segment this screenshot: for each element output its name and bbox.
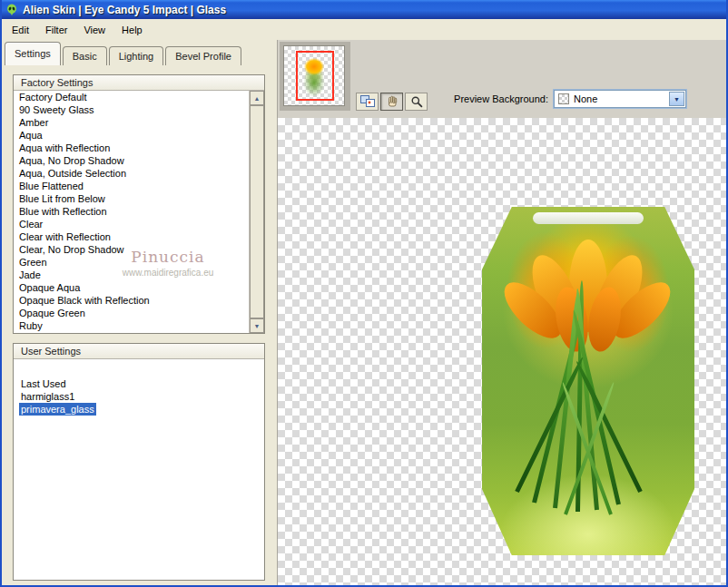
- glass-highlight: [533, 212, 644, 224]
- scroll-up-arrow-icon[interactable]: ▲: [250, 91, 264, 105]
- factory-item[interactable]: Clear: [14, 218, 249, 230]
- tab-lighting[interactable]: Lighting: [109, 46, 164, 65]
- tabstrip: Settings Basic Lighting Bevel Profile: [5, 42, 243, 65]
- factory-item[interactable]: Blue Lit from Below: [14, 192, 249, 205]
- preview-background-label: Preview Background:: [454, 93, 548, 104]
- user-item-label[interactable]: Last Used: [19, 377, 68, 390]
- dual-preview-icon: [360, 95, 375, 108]
- window-title: Alien Skin | Eye Candy 5 Impact | Glass: [23, 4, 226, 16]
- tab-bevel-profile[interactable]: Bevel Profile: [165, 46, 241, 65]
- factory-settings-group: Factory Settings Factory Default 90 Swee…: [13, 74, 265, 334]
- menu-help[interactable]: Help: [113, 22, 151, 38]
- titlebar[interactable]: Alien Skin | Eye Candy 5 Impact | Glass: [2, 0, 726, 19]
- user-item: Last Used: [19, 377, 264, 390]
- scrollbar-thumb[interactable]: [250, 105, 264, 318]
- user-settings-list: Last Used harmiglass1 primavera_glass: [14, 359, 264, 580]
- factory-item[interactable]: Opaque Aqua: [14, 281, 249, 294]
- user-item-label[interactable]: primavera_glass: [19, 403, 96, 416]
- factory-settings-list: Factory Default 90 Sweety Glass Amber Aq…: [14, 91, 249, 333]
- navigator-strip: [280, 42, 350, 111]
- factory-item[interactable]: Ruby: [14, 319, 249, 332]
- factory-item[interactable]: Blue Flattened: [14, 180, 249, 192]
- navigator-thumbnail[interactable]: [283, 45, 345, 106]
- pan-tool-button[interactable]: [380, 93, 403, 111]
- factory-item[interactable]: Factory Default: [14, 91, 249, 103]
- preview-canvas[interactable]: [278, 118, 726, 585]
- menu-filter[interactable]: Filter: [37, 22, 75, 38]
- factory-item[interactable]: Aqua: [14, 129, 249, 142]
- factory-item[interactable]: Aqua, Outside Selection: [14, 167, 249, 180]
- factory-item[interactable]: Jade: [14, 269, 249, 281]
- factory-settings-title: Factory Settings: [14, 75, 264, 91]
- preview-panel: Preview Background: None ▼: [277, 40, 726, 585]
- factory-item[interactable]: Aqua, No Drop Shadow: [14, 154, 249, 167]
- user-item-label[interactable]: harmiglass1: [19, 390, 76, 403]
- preview-toolbar: [356, 93, 428, 111]
- plugin-window: Alien Skin | Eye Candy 5 Impact | Glass …: [0, 0, 728, 587]
- factory-item[interactable]: Clear with Reflection: [14, 230, 249, 243]
- factory-item[interactable]: Amber: [14, 116, 249, 129]
- user-settings-group: User Settings Last Used harmiglass1 prim…: [13, 343, 265, 581]
- factory-item[interactable]: 90 Sweety Glass: [14, 103, 249, 116]
- tab-basic[interactable]: Basic: [63, 46, 107, 65]
- user-settings-title: User Settings: [14, 344, 264, 359]
- factory-item[interactable]: Blue with Reflection: [14, 205, 249, 218]
- factory-list-scrollbar[interactable]: ▲ ▼: [249, 91, 264, 333]
- hand-tool-icon: [386, 95, 398, 108]
- dropdown-arrow-icon[interactable]: ▼: [669, 92, 684, 106]
- user-item: harmiglass1: [19, 390, 264, 403]
- factory-item[interactable]: Aqua with Reflection: [14, 142, 249, 154]
- glass-effect-image: [482, 207, 694, 555]
- user-item-selected: primavera_glass: [19, 403, 264, 416]
- menu-edit[interactable]: Edit: [4, 22, 37, 38]
- dual-preview-button[interactable]: [356, 93, 379, 111]
- factory-item[interactable]: Green: [14, 256, 249, 269]
- none-swatch-icon: [558, 93, 569, 104]
- scroll-down-arrow-icon[interactable]: ▼: [250, 318, 264, 333]
- factory-item[interactable]: Opaque Black with Reflection: [14, 294, 249, 307]
- factory-item[interactable]: Clear, No Drop Shadow: [14, 243, 249, 256]
- zoom-tool-button[interactable]: [405, 93, 428, 111]
- factory-item[interactable]: Opaque Green: [14, 307, 249, 319]
- menu-view[interactable]: View: [75, 22, 113, 38]
- menubar: Edit Filter View Help: [2, 19, 726, 40]
- magnifier-icon: [410, 95, 423, 108]
- alien-skin-app-icon: [5, 4, 18, 16]
- preview-background-value: None: [574, 93, 597, 104]
- preview-background-control: Preview Background: None ▼: [454, 90, 686, 108]
- thumbnail-view-rectangle[interactable]: [296, 51, 334, 101]
- tab-settings[interactable]: Settings: [5, 42, 61, 65]
- preview-background-dropdown[interactable]: None ▼: [554, 90, 686, 108]
